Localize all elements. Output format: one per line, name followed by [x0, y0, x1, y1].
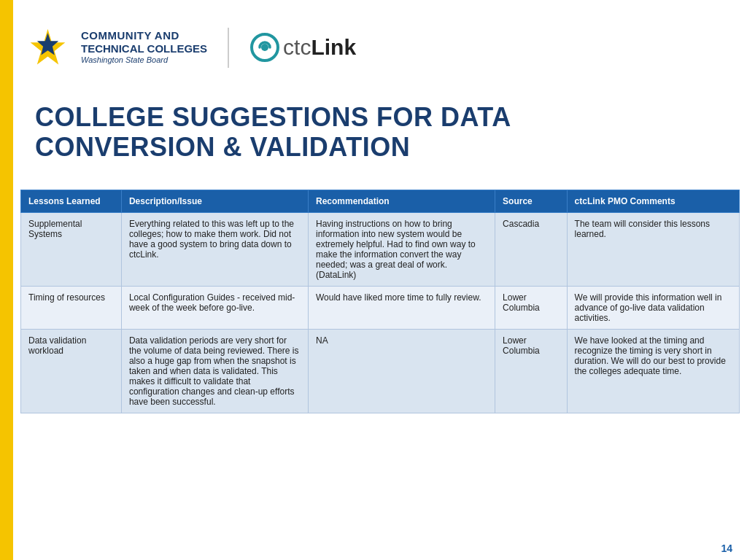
cell-recommendation-0: Having instructions on how to bring info… [308, 213, 495, 287]
table-header-row: Lessons Learned Description/Issue Recomm… [21, 190, 740, 213]
cell-description-1: Local Configuration Guides - received mi… [121, 287, 308, 330]
main-title-section: COLLEGE SUGGESTIONS FOR DATA CONVERSION … [20, 95, 747, 174]
ctclink-circle-icon [249, 32, 280, 63]
cell-recommendation-2: NA [308, 330, 495, 413]
cell-lessons-1: Timing of resources [21, 287, 122, 330]
logo-section: COMMUNITY AND TECHNICAL COLLEGES Washing… [28, 28, 356, 68]
table-row: Data validation workload Data validation… [21, 330, 740, 413]
cell-description-2: Data validation periods are very short f… [121, 330, 308, 413]
header-lessons-learned: Lessons Learned [21, 190, 122, 213]
logo-technical-line: TECHNICAL COLLEGES [81, 42, 207, 55]
table-row: Supplemental Systems Everything related … [21, 213, 740, 287]
page-number: 14 [721, 542, 732, 554]
ctclink-logo: ctcLink [249, 32, 356, 63]
header-comments: ctcLink PMO Comments [567, 190, 739, 213]
cell-comments-0: The team will consider this lessons lear… [567, 213, 739, 287]
header-divider [228, 28, 229, 68]
cell-lessons-0: Supplemental Systems [21, 213, 122, 287]
header-description: Description/Issue [121, 190, 308, 213]
cell-comments-1: We will provide this information well in… [567, 287, 739, 330]
page-title: COLLEGE SUGGESTIONS FOR DATA CONVERSION … [35, 102, 732, 163]
cell-source-0: Cascadia [495, 213, 568, 287]
cell-comments-2: We have looked at the timing and recogni… [567, 330, 739, 413]
cell-lessons-2: Data validation workload [21, 330, 122, 413]
ctclink-text: ctcLink [283, 35, 356, 60]
org-name: COMMUNITY AND TECHNICAL COLLEGES Washing… [81, 29, 207, 65]
header-source: Source [495, 190, 568, 213]
cell-recommendation-1: Would have liked more time to fully revi… [308, 287, 495, 330]
header: COMMUNITY AND TECHNICAL COLLEGES Washing… [13, 0, 747, 95]
data-table-container: Lessons Learned Description/Issue Recomm… [20, 190, 740, 538]
table-row: Timing of resources Local Configuration … [21, 287, 740, 330]
suggestions-table: Lessons Learned Description/Issue Recomm… [20, 190, 740, 413]
cell-description-0: Everything related to this was left up t… [121, 213, 308, 287]
ctc-star-logo [28, 28, 68, 68]
svg-point-14 [261, 44, 268, 51]
cell-source-2: Lower Columbia [495, 330, 568, 413]
cell-source-1: Lower Columbia [495, 287, 568, 330]
logo-washington-line: Washington State Board [81, 55, 207, 65]
header-recommendation: Recommendation [308, 190, 495, 213]
logo-community-line: COMMUNITY AND [81, 29, 207, 42]
left-border [0, 0, 13, 560]
